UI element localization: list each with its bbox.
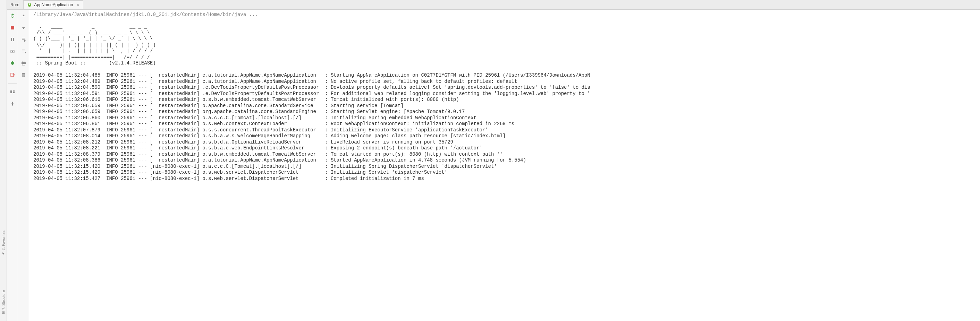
spring-banner-line: =========|_|==============|___/=/_/_/_/	[33, 54, 150, 60]
tool-window-favorites[interactable]: 2: Favorites	[2, 231, 6, 256]
clear-all-button[interactable]	[20, 71, 27, 78]
log-line: 2019-04-05 11:32:06.659 INFO 25961 --- […	[33, 103, 404, 109]
scroll-down-button[interactable]	[20, 24, 27, 31]
tab-close-icon[interactable]: ×	[76, 2, 79, 8]
tool-window-structure[interactable]: 7: Structure	[2, 290, 6, 314]
spring-banner-line: :: Spring Boot :: (v2.1.4.RELEASE)	[33, 60, 156, 66]
run-tool-window: Run: AppNameApplication ×	[7, 0, 980, 321]
spring-banner-line: \\/ ___)| |_)| | | | | || (_| | ) ) ) )	[33, 42, 156, 48]
svg-rect-2	[11, 26, 14, 30]
spring-banner-line: . ____ _ __ _ _	[33, 24, 147, 30]
pause-button[interactable]	[9, 36, 16, 43]
log-line: 2019-04-05 11:32:08.221 INFO 25961 --- […	[33, 145, 482, 151]
run-content: /Library/Java/JavaVirtualMachines/jdk1.8…	[7, 10, 980, 321]
svg-rect-12	[10, 90, 12, 93]
spring-boot-icon	[27, 2, 32, 7]
tab-bar: Run: AppNameApplication ×	[7, 0, 980, 10]
log-line: 2019-04-05 11:32:06.861 INFO 25961 --- […	[33, 121, 514, 127]
log-line: 2019-04-05 11:32:08.386 INFO 25961 --- […	[33, 157, 526, 163]
spring-banner-line: ' |____| .__|_| |_|_| |_\__, | / / / /	[33, 48, 153, 54]
print-button[interactable]	[20, 60, 27, 66]
tool-window-favorites-label: 2: Favorites	[2, 231, 6, 250]
log-line: 2019-04-05 11:32:07.879 INFO 25961 --- […	[33, 127, 488, 133]
spring-banner-line: ( ( )\___ | '_ | '_| | '_ \/ _` | \ \ \ …	[33, 36, 153, 42]
scroll-up-button[interactable]	[20, 13, 27, 19]
star-icon	[2, 251, 6, 256]
log-line: 2019-04-05 11:32:04.489 INFO 25961 --- […	[33, 79, 517, 84]
layout-button[interactable]	[9, 89, 16, 95]
log-line: 2019-04-05 11:32:08.379 INFO 25961 --- […	[33, 152, 503, 157]
dump-threads-button[interactable]	[9, 48, 16, 55]
run-config-tab[interactable]: AppNameApplication ×	[23, 0, 83, 9]
log-line: 2019-04-05 11:32:06.659 INFO 25961 --- […	[33, 109, 465, 114]
console-toolbar	[18, 10, 29, 321]
log-line: 2019-04-05 11:32:15.420 INFO 25961 --- […	[33, 169, 447, 175]
tool-window-structure-label: 7: Structure	[2, 290, 6, 310]
log-line: 2019-04-05 11:32:08.014 INFO 25961 --- […	[33, 133, 506, 139]
log-line: 2019-04-05 11:32:06.616 INFO 25961 --- […	[33, 97, 459, 102]
svg-rect-13	[13, 90, 14, 92]
rerun-button[interactable]	[9, 13, 16, 19]
log-line: 2019-04-05 11:32:06.860 INFO 25961 --- […	[33, 115, 476, 121]
log-line: 2019-04-05 11:32:04.591 INFO 25961 --- […	[33, 91, 590, 96]
svg-rect-3	[11, 38, 12, 41]
run-label: Run:	[10, 2, 19, 7]
svg-rect-15	[22, 61, 25, 62]
structure-icon	[2, 311, 6, 314]
svg-point-6	[12, 51, 13, 52]
left-tool-window-bar: 2: Favorites 7: Structure	[0, 0, 7, 321]
log-line: 2019-04-05 11:32:04.485 INFO 25961 --- […	[33, 73, 590, 78]
svg-rect-18	[22, 73, 25, 77]
stop-button[interactable]	[9, 24, 16, 31]
exit-button[interactable]	[9, 71, 16, 78]
run-toolbar-left	[7, 10, 18, 321]
command-line: /Library/Java/JavaVirtualMachines/jdk1.8…	[33, 12, 258, 17]
log-line: 2019-04-05 11:32:04.590 INFO 25961 --- […	[33, 85, 590, 90]
log-line: 2019-04-05 11:32:08.212 INFO 25961 --- […	[33, 139, 453, 145]
log-line: 2019-04-05 11:32:15.427 INFO 25961 --- […	[33, 176, 424, 181]
debug-update-button[interactable]	[9, 60, 16, 66]
svg-rect-4	[13, 38, 14, 41]
svg-rect-14	[13, 92, 14, 93]
pin-button[interactable]	[9, 100, 16, 107]
run-config-tab-label: AppNameApplication	[34, 2, 73, 7]
console-output[interactable]: /Library/Java/JavaVirtualMachines/jdk1.8…	[29, 10, 980, 321]
log-line: 2019-04-05 11:32:15.420 INFO 25961 --- […	[33, 164, 497, 169]
svg-rect-1	[29, 3, 30, 5]
soft-wrap-button[interactable]	[20, 36, 27, 43]
spring-banner-line: /\\ / ___'_ __ _ _(_)_ __ __ _ \ \ \ \	[33, 30, 150, 36]
scroll-to-end-button[interactable]	[20, 48, 27, 55]
